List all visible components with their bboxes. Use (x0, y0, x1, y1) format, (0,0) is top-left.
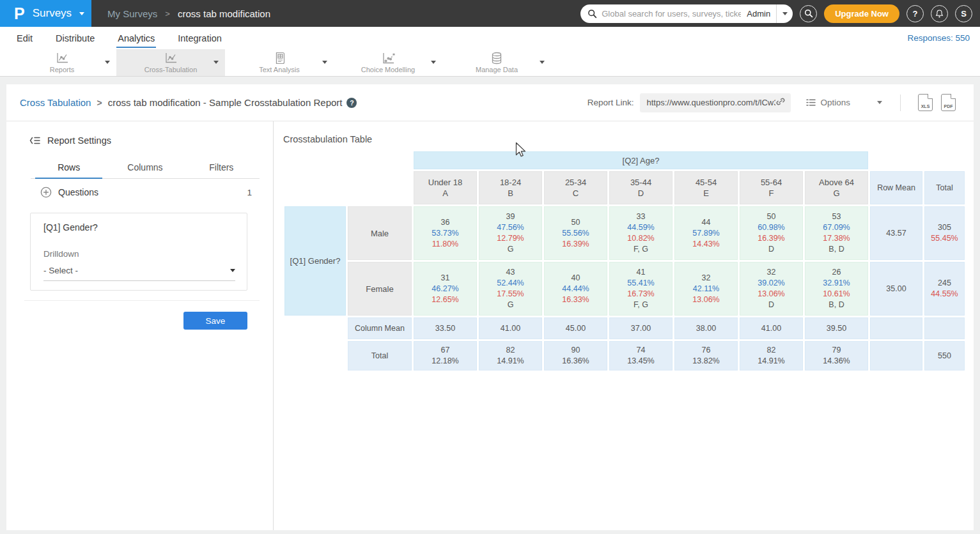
top-bar-actions: Admin Upgrade Now ? S (580, 0, 972, 27)
breadcrumb-separator: > (97, 98, 102, 108)
toolbar-item-cross-tabulation[interactable]: Cross-Tabulation (116, 49, 225, 76)
search-input[interactable] (602, 9, 741, 19)
column-header-55-64: 55-64F (740, 171, 803, 204)
chevron-down-icon[interactable] (540, 61, 545, 64)
avatar-initial: S (961, 9, 967, 19)
chevron-down-icon[interactable] (322, 61, 327, 64)
app-logo[interactable]: P Surveys (0, 0, 91, 27)
report-link-field[interactable]: https://www.questionpro.com/t/lCw3Zc (640, 93, 791, 112)
export-xls-button[interactable]: XLS (918, 94, 933, 111)
search-scope[interactable]: Admin (741, 9, 776, 19)
collapse-panel-icon[interactable] (29, 136, 40, 145)
toolbar-item-text-analysis[interactable]: Text Analysis (225, 49, 334, 76)
export-pdf-button[interactable]: PDF (941, 94, 956, 111)
settings-tabs: RowsColumnsFilters (31, 158, 260, 179)
significance-letters: D (740, 244, 802, 255)
search-icon (804, 9, 813, 18)
total-header: Total (924, 171, 965, 204)
column-total-cell: 9016.36% (544, 341, 607, 370)
global-search: Admin (580, 4, 793, 23)
add-question-icon[interactable] (40, 187, 52, 198)
data-cell: 3947.56%12.79%G (479, 206, 542, 260)
row-group-header: [Q1] Gender? (284, 206, 346, 316)
chevron-down-icon (782, 12, 788, 15)
bell-icon (935, 9, 944, 19)
report-body: Report Settings RowsColumnsFilters Quest… (6, 121, 974, 530)
row-mean-header: Row Mean (870, 171, 922, 204)
data-cell: 3242.11%13.06% (674, 262, 738, 316)
report-link-label: Report Link: (587, 98, 634, 107)
column-header-above-64: Above 64G (805, 171, 868, 204)
significance-letters: G (479, 300, 541, 310)
column-header-18-24: 18-24B (479, 171, 542, 204)
row-total-cell: 30555.45% (924, 206, 965, 260)
toolbar-item-choice-modelling[interactable]: Choice Modelling (334, 49, 442, 76)
significance-letters: F, G (610, 300, 672, 310)
row-mean-cell: 43.57 (870, 206, 922, 260)
tab-analytics[interactable]: Analytics (116, 29, 156, 48)
row-mean-cell: 35.00 (870, 262, 922, 316)
analytics-toolbar: Reports Cross-Tabulation Text Analysis C… (0, 49, 980, 77)
toolbar-item-manage-data[interactable]: Manage Data (442, 49, 551, 76)
questions-row: Questions 1 (40, 187, 252, 198)
help-icon[interactable]: ? (346, 98, 357, 108)
responses-count[interactable]: Responses: 550 (907, 33, 970, 43)
column-total-cell: 8214.91% (479, 341, 542, 370)
report-link-url[interactable]: https://www.questionpro.com/t/lCw3Zc (646, 98, 775, 107)
toolbar-item-reports[interactable]: Reports (8, 49, 116, 76)
product-name: Surveys (33, 7, 72, 20)
significance-letters: F, G (610, 244, 672, 255)
column-total-cell: 6712.18% (414, 341, 477, 370)
options-label: Options (820, 98, 850, 107)
data-cell: 5055.56%16.39% (544, 206, 607, 260)
column-group-header: [Q2] Age? (414, 151, 868, 169)
line-chart-icon (56, 52, 69, 65)
database-icon (490, 52, 503, 65)
search-button[interactable] (800, 5, 817, 22)
help-button[interactable]: ? (906, 5, 924, 22)
report-header: Cross Tabulation > cross tab modificatio… (6, 84, 974, 121)
column-header-under-18: Under 18A (414, 171, 477, 204)
question-title: [Q1] Gender? (43, 222, 98, 233)
drilldown-label: Drilldown (43, 249, 79, 259)
survey-nav: EditDistributeAnalyticsIntegration Respo… (0, 27, 980, 49)
breadcrumb-cross-tabulation[interactable]: Cross Tabulation (20, 97, 91, 108)
user-avatar[interactable]: S (955, 5, 972, 22)
scatter-chart-icon (382, 52, 395, 65)
chevron-down-icon[interactable] (431, 61, 436, 64)
tab-distribute[interactable]: Distribute (54, 29, 96, 48)
chevron-down-icon[interactable] (105, 61, 110, 64)
column-header-45-54: 45-54E (674, 171, 738, 204)
report-settings-panel: Report Settings RowsColumnsFilters Quest… (6, 121, 274, 530)
notifications-button[interactable] (931, 5, 948, 22)
upgrade-now-button[interactable]: Upgrade Now (824, 4, 899, 23)
pdf-icon: PDF (944, 104, 953, 109)
breadcrumb-my-surveys[interactable]: My Surveys (107, 8, 157, 19)
top-bar: P Surveys My Surveys > cross tab modific… (0, 0, 980, 27)
report-header-actions: Report Link: https://www.questionpro.com… (587, 93, 956, 112)
settings-tab-rows[interactable]: Rows (31, 158, 107, 178)
data-cell: 3344.59%10.82%F, G (609, 206, 673, 260)
column-mean-cell: 45.00 (544, 317, 607, 339)
tab-integration[interactable]: Integration (176, 29, 223, 48)
link-icon[interactable] (775, 97, 786, 108)
breadcrumb-separator: > (165, 9, 170, 19)
search-scope-dropdown[interactable] (776, 4, 793, 23)
divider (24, 300, 260, 301)
column-total-cell: 7413.45% (609, 341, 673, 370)
options-dropdown[interactable]: Options (806, 98, 882, 107)
settings-tab-filters[interactable]: Filters (183, 158, 260, 178)
data-cell: 3653.73%11.80% (414, 206, 477, 260)
drilldown-select[interactable]: - Select - (43, 266, 235, 281)
chevron-down-icon[interactable] (214, 61, 219, 64)
data-cell: 3239.02%13.06%D (740, 262, 803, 316)
column-mean-label: Column Mean (348, 317, 412, 339)
save-button[interactable]: Save (183, 312, 247, 330)
page-title: cross tab modification - Sample Crosstab… (108, 97, 343, 108)
question-card: [Q1] Gender? Drilldown - Select - (30, 213, 247, 291)
divider (900, 95, 901, 111)
top-breadcrumb: My Surveys > cross tab modification (91, 0, 270, 27)
tab-edit[interactable]: Edit (15, 29, 34, 48)
search-icon (587, 9, 597, 19)
settings-tab-columns[interactable]: Columns (107, 158, 183, 178)
